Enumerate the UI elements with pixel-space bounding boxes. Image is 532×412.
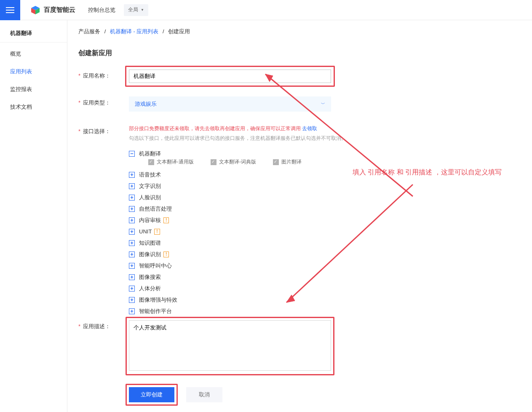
chevron-down-icon: ▼ xyxy=(141,8,144,12)
highlight-submit: 立即创建 xyxy=(126,384,178,406)
brand-logo[interactable]: 百度智能云 xyxy=(30,5,75,15)
highlight-app-name xyxy=(125,66,335,87)
scope-value: 全局 xyxy=(128,6,138,13)
tree-node[interactable]: +知识图谱 xyxy=(129,237,398,249)
sidebar-item-docs[interactable]: 技术文档 xyxy=(0,98,67,116)
tree-node[interactable]: +智能创作平台 xyxy=(129,305,398,317)
claim-quota-link[interactable]: 去领取 xyxy=(302,126,317,131)
app-desc-input[interactable] xyxy=(129,320,331,371)
label-app-name: *应用名称： xyxy=(78,70,129,80)
expand-icon[interactable]: + xyxy=(129,251,135,257)
expand-icon[interactable]: + xyxy=(129,274,135,280)
tree-node[interactable]: +文字识别 xyxy=(129,180,398,192)
expand-icon[interactable]: + xyxy=(129,195,135,201)
interface-warning: 部分接口免费额度还未领取，请先去领取再创建应用，确保应用可以正常调用 去领取 xyxy=(129,125,398,132)
crumb-current: 创建应用 xyxy=(168,28,190,35)
sidebar-item-apps[interactable]: 应用列表 xyxy=(0,63,67,80)
expand-icon[interactable]: + xyxy=(129,297,135,303)
checkbox-checked-disabled-icon xyxy=(211,159,217,165)
tree-node[interactable]: +智能呼叫中心 xyxy=(129,260,398,271)
tree-node[interactable]: +UNIT! xyxy=(129,226,398,237)
tree-node[interactable]: +图像识别! xyxy=(129,249,398,260)
logo-icon xyxy=(30,5,40,15)
expand-icon[interactable]: + xyxy=(129,217,135,223)
expand-icon[interactable]: + xyxy=(129,240,135,246)
expand-icon[interactable]: + xyxy=(129,229,135,235)
interface-help: 勾选以下接口，使此应用可以请求已勾选的接口服务，注意机器翻译服务已默认勾选并不可… xyxy=(129,135,398,142)
check-image-translate: 图片翻译 xyxy=(273,158,302,166)
sidebar-title: 机器翻译 xyxy=(0,24,67,42)
hamburger-icon xyxy=(6,7,14,13)
info-badge: ! xyxy=(163,251,169,257)
crumb-app-list[interactable]: 机器翻译 - 应用列表 xyxy=(110,28,159,35)
brand-name: 百度智能云 xyxy=(44,6,75,14)
tree-node[interactable]: +人脸识别 xyxy=(129,192,398,203)
cancel-button[interactable]: 取消 xyxy=(186,387,222,402)
app-name-input[interactable] xyxy=(129,70,331,83)
label-interfaces: *接口选择： xyxy=(78,125,129,135)
expand-icon[interactable]: + xyxy=(129,308,135,314)
scope-dropdown[interactable]: 全局 ▼ xyxy=(124,4,148,16)
tree-node[interactable]: +语音技术 xyxy=(129,169,398,180)
expand-icon[interactable]: + xyxy=(129,263,135,269)
expand-icon[interactable]: + xyxy=(129,172,135,178)
highlight-app-desc xyxy=(126,317,334,375)
tree-node[interactable]: +图像搜索 xyxy=(129,271,398,283)
sidebar-item-overview[interactable]: 概览 xyxy=(0,45,67,63)
expand-icon[interactable]: + xyxy=(129,206,135,212)
sidebar-item-reports[interactable]: 监控报表 xyxy=(0,80,67,98)
collapse-icon[interactable]: − xyxy=(129,151,135,157)
checkbox-checked-disabled-icon xyxy=(148,159,154,165)
submit-button[interactable]: 立即创建 xyxy=(129,387,174,402)
check-text-dict: 文本翻译-词典版 xyxy=(211,158,256,166)
tree-node-mt: 机器翻译 xyxy=(139,150,161,158)
checkbox-checked-disabled-icon xyxy=(273,159,279,165)
tree-node[interactable]: +图像增强与特效 xyxy=(129,294,398,305)
tree-node[interactable]: +内容审核! xyxy=(129,214,398,226)
breadcrumb: 产品服务 / 机器翻译 - 应用列表 / 创建应用 xyxy=(67,20,532,40)
tree-node[interactable]: +自然语言处理 xyxy=(129,203,398,214)
tree-node[interactable]: +人体分析 xyxy=(129,283,398,294)
app-type-value: 游戏娱乐 xyxy=(135,100,157,108)
crumb-products: 产品服务 xyxy=(78,28,100,35)
info-badge: ! xyxy=(154,229,160,235)
chevron-down-icon: ﹀ xyxy=(321,101,325,107)
label-app-type: *应用类型： xyxy=(78,96,129,107)
console-overview-link[interactable]: 控制台总览 xyxy=(88,6,115,14)
label-app-desc: *应用描述： xyxy=(78,320,129,330)
expand-icon[interactable]: + xyxy=(129,286,135,292)
expand-icon[interactable]: + xyxy=(129,183,135,189)
check-text-general: 文本翻译-通用版 xyxy=(148,158,194,166)
menu-toggle[interactable] xyxy=(0,0,20,20)
info-badge: ! xyxy=(163,217,169,223)
app-type-select[interactable]: 游戏娱乐 ﹀ xyxy=(129,96,331,112)
